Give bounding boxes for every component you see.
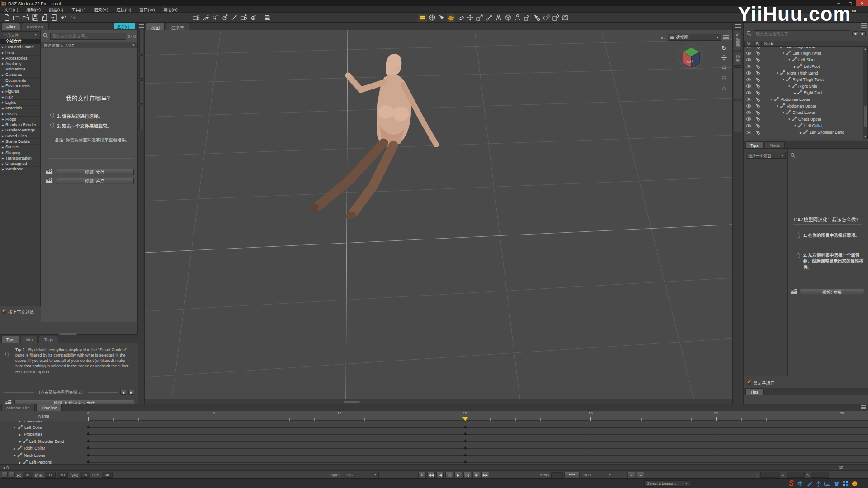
chinese-mode-icon[interactable]: 中 [797,480,804,487]
redo-icon[interactable]: ↷ [69,14,77,22]
category-item[interactable]: ▶Scenes [0,145,40,150]
timeline-row[interactable]: ▶ Neck Lower [0,452,868,460]
right-dock-tab[interactable] [734,67,742,99]
node-selection-tool-icon[interactable] [437,14,446,22]
filter-by-context-checkbox[interactable]: ✔ 按上下文过滤 [2,309,34,315]
tab-timeline[interactable]: Timeline [36,404,62,411]
pen-icon[interactable] [806,480,813,487]
category-item[interactable]: 全部文件 [0,39,40,44]
next-key-button[interactable]: → [637,472,644,478]
keyboard-icon[interactable] [824,480,831,487]
new-file-icon[interactable] [2,14,11,22]
category-item[interactable]: ▶Hair [0,94,40,100]
timeline-row[interactable]: ▶ Right Collar [0,445,868,452]
visibility-eye-icon[interactable] [744,111,753,115]
toolbox-icon[interactable] [842,480,849,487]
category-item[interactable]: ▶Saved Files [0,133,40,139]
visibility-eye-icon[interactable] [744,47,753,49]
left-dock-tab[interactable] [139,106,143,129]
dforce-brush-tool-icon[interactable] [494,14,503,22]
scene-list-icon[interactable] [263,14,272,22]
timeline-ruler[interactable]: 051015202530 [88,411,868,421]
home-view-icon[interactable]: ⌂ [722,85,726,92]
scene-search-input[interactable] [754,30,850,37]
fps-field[interactable]: 30 [102,472,113,478]
expand-triangle-icon[interactable]: ▶ [19,433,21,436]
category-item[interactable]: ▶Figures [0,89,40,94]
node-row[interactable]: ▼ Right Shin [744,83,863,90]
show-sub-items-checkbox[interactable]: ✔ 显示子项目 [747,380,775,386]
dock-tab-Aux视图[interactable]: Aux视图 [734,29,741,50]
menu-连接(O)[interactable]: 连接(O) [112,6,135,13]
tab-tags[interactable]: Tags [39,336,58,343]
rotate-tool-icon[interactable] [447,14,455,22]
selectable-cursor-icon[interactable] [753,130,762,135]
category-item[interactable]: ▶Lights [0,100,40,105]
figure-selection-tool-icon[interactable] [513,14,522,22]
node-row[interactable]: ▼ Right Thigh Bend [744,70,863,76]
timeline-row[interactable]: ▶ Left Shoulder Bend [0,438,868,446]
category-item[interactable]: ▶Hints [0,50,40,56]
expand-triangle-icon[interactable]: ▼ [788,58,791,61]
visibility-eye-icon[interactable] [744,104,753,108]
node-row[interactable]: ▼ Left Shin [744,56,863,63]
node-row[interactable]: ▶ Right Foot [744,89,863,96]
visibility-eye-icon[interactable] [744,58,753,62]
selectable-cursor-icon[interactable] [753,97,762,102]
play-icon[interactable]: ▶ [454,472,462,478]
keyframe-marker[interactable] [463,460,467,463]
timeline-row[interactable]: ▶ Properties [0,421,868,424]
category-item[interactable]: ▶Unassigned [0,161,40,167]
expand-triangle-icon[interactable]: ▶ [19,440,21,443]
undo-icon[interactable]: ↶ [59,14,68,22]
save-file-icon[interactable] [31,14,39,22]
visibility-eye-icon[interactable] [744,78,753,82]
play-from-start-icon[interactable]: |◀ [436,472,444,478]
lesson-dropdown[interactable]: Select a Lesson...▼ [644,480,690,487]
prev-tip-button[interactable]: ◀ [120,390,126,395]
key-options-button[interactable]: ⊷⊶ [564,472,580,478]
import-icon[interactable] [40,14,49,22]
keyframe-marker[interactable] [463,432,467,435]
category-item[interactable]: ▶Render-Settings [0,128,40,133]
tab-scene-node[interactable]: Node [765,141,785,148]
menu-创建(C)[interactable]: 创建(C) [45,6,67,13]
drawstyle-icon[interactable]: ◐▾ [661,34,665,41]
selectable-cursor-icon[interactable] [753,110,762,115]
scale-tool-icon[interactable] [475,14,484,22]
sphere-gear-tool-icon[interactable] [542,14,550,22]
smart-content-grid-icon[interactable] [418,14,427,22]
expand-triangle-icon[interactable]: ▼ [782,52,785,55]
visibility-eye-icon[interactable] [744,71,753,75]
tab-bottom-tips[interactable]: Tips [745,388,764,395]
tree-scrollbar[interactable]: ▲▼ [863,47,868,139]
visibility-eye-icon[interactable] [744,84,753,88]
left-dock-tab[interactable] [139,80,143,104]
new-linear-point-light-icon[interactable] [230,14,238,22]
visibility-eye-icon[interactable] [744,98,753,102]
render-camera-icon[interactable] [561,14,569,22]
tab-render-library[interactable]: 渲染库 [166,23,189,30]
node-row[interactable]: ▼ Abdomen Lower [744,96,863,103]
new-camera-icon[interactable] [192,14,200,22]
dock-tab-场景[interactable]: 场景 [734,52,741,66]
range-start-field[interactable]: 0 [45,472,56,478]
camera-selector-dropdown[interactable]: ▦ 透视图 ▼ [668,34,721,41]
current-frame-field[interactable]: 15 [80,472,90,478]
minimize-button[interactable]: ─ [833,0,844,6]
category-item[interactable]: Animations [0,66,40,72]
keyframe-marker[interactable] [463,439,467,442]
keyframe-marker[interactable] [463,453,467,456]
panel-splitter[interactable] [59,333,77,335]
expand-triangle-icon[interactable]: ▶ [14,454,16,457]
expand-triangle-icon[interactable]: ▼ [788,118,791,121]
timeline-option-button[interactable] [9,472,15,478]
export-icon[interactable] [50,14,58,22]
menu-文件(F)[interactable]: 文件(F) [0,6,22,13]
timeline-range-bar[interactable]: ▼ 0 30 [0,464,868,470]
viewport-3d[interactable]: ◐▾ ▦ 透视图 ▼ ↻ ⊡ ⌂ [145,30,732,399]
tab-info[interactable]: Info [21,336,38,343]
keyframe-marker[interactable] [86,425,90,428]
pane-menu-icon[interactable] [735,24,741,28]
category-item[interactable]: ▶Accessories [0,56,40,61]
